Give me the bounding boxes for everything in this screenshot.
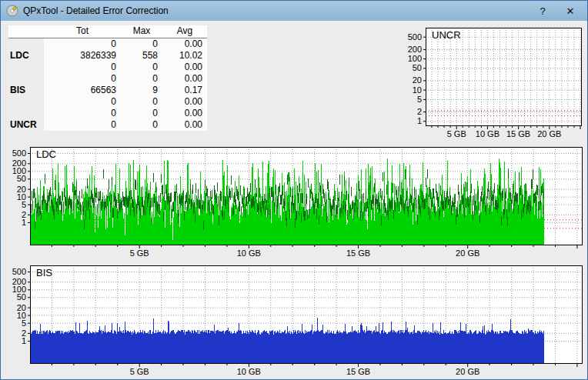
row-label	[8, 96, 44, 108]
close-button[interactable]: ✕	[556, 2, 584, 19]
stats-header-row: Tot Max Avg	[8, 25, 207, 38]
cell-max: 0	[121, 38, 162, 50]
y-axis-tick-label: 50	[17, 174, 26, 183]
cell-avg: 0.00	[162, 108, 207, 119]
y-axis-tick-label: 1	[22, 218, 26, 227]
cell-avg: 0.00	[162, 119, 207, 131]
window-title: QPxTool - Detailed Error Correction	[23, 5, 169, 16]
chart-title: BIS	[36, 267, 52, 278]
x-axis-tick-label: 15 GB	[346, 367, 370, 376]
x-axis-tick-label: 15 GB	[506, 129, 530, 138]
cell-tot: 0	[44, 119, 121, 131]
y-axis-tick-label: 50	[413, 63, 422, 72]
col-header-avg: Avg	[162, 25, 207, 38]
table-row: BIS6656390.17	[8, 85, 207, 96]
cell-max: 0	[121, 62, 162, 73]
row-label	[8, 62, 44, 73]
cell-tot: 0	[44, 108, 121, 119]
row-label	[8, 38, 44, 50]
y-axis-tick-label: 5	[417, 95, 422, 104]
y-axis-tick-label: 500	[12, 148, 26, 158]
cell-max: 0	[121, 96, 162, 108]
cell-tot: 0	[44, 38, 121, 50]
row-label: LDC	[8, 50, 44, 62]
chart-title: LDC	[36, 148, 56, 160]
bis-chart: 5002001005020105215 GB10 GB15 GB20 GBBIS	[7, 261, 583, 379]
cell-tot: 0	[44, 96, 121, 108]
cell-max: 0	[121, 119, 162, 131]
table-row: 000.00	[8, 62, 207, 73]
col-header-tot: Tot	[44, 25, 121, 38]
plot-background	[426, 28, 582, 126]
cell-avg: 0.00	[162, 96, 207, 108]
x-axis-tick-label: 10 GB	[237, 248, 261, 258]
titlebar[interactable]: QPxTool - Detailed Error Correction ? ✕	[1, 1, 587, 21]
uncr-chart: 5002001005020105215 GB10 GB15 GB20 GBUNC…	[407, 24, 583, 141]
cell-avg: 0.00	[162, 38, 207, 50]
uncr-plot: 5002001005020105215 GB10 GB15 GB20 GBUNC…	[407, 24, 583, 141]
qpxtool-window: QPxTool - Detailed Error Correction ? ✕ …	[0, 0, 588, 380]
cell-max: 0	[121, 73, 162, 85]
cell-max: 558	[121, 50, 162, 62]
table-row: 000.00	[8, 38, 207, 50]
y-axis-tick-label: 50	[17, 292, 26, 302]
x-axis-tick-label: 5 GB	[447, 129, 466, 138]
y-axis-tick-label: 5	[22, 318, 26, 328]
row-label: UNCR	[8, 119, 44, 131]
x-axis-tick-label: 5 GB	[130, 248, 149, 258]
y-axis-tick-label: 5	[22, 200, 26, 209]
y-axis-tick-label: 2	[417, 107, 422, 116]
y-axis-tick-label: 200	[408, 45, 422, 54]
table-row: 000.00	[8, 96, 207, 108]
help-button[interactable]: ?	[529, 2, 556, 19]
cell-tot: 0	[44, 62, 121, 73]
bis-plot: 5002001005020105215 GB10 GB15 GB20 GBBIS	[7, 261, 583, 379]
y-axis-tick-label: 500	[12, 267, 26, 276]
cell-max: 0	[121, 108, 162, 119]
table-row: UNCR000.00	[8, 119, 207, 131]
col-header-max: Max	[121, 25, 162, 38]
x-axis-tick-label: 15 GB	[346, 248, 370, 258]
ldc-chart: 5002001005020105215 GB10 GB15 GB20 GBLDC	[7, 142, 583, 261]
col-header-empty	[8, 25, 44, 38]
cell-tot: 66563	[44, 85, 121, 96]
x-axis-tick-label: 10 GB	[476, 129, 499, 138]
cell-tot: 0	[44, 73, 121, 85]
x-axis-tick-label: 20 GB	[456, 367, 479, 376]
cell-avg: 10.02	[162, 50, 207, 62]
ldc-plot: 5002001005020105215 GB10 GB15 GB20 GBLDC	[7, 142, 583, 261]
row-label	[8, 108, 44, 119]
cell-tot: 3826339	[44, 50, 121, 62]
table-row: 000.00	[8, 73, 207, 85]
cell-avg: 0.17	[162, 85, 207, 96]
x-axis-tick-label: 20 GB	[456, 248, 479, 258]
y-axis-tick-label: 500	[408, 32, 422, 42]
x-axis-tick-label: 20 GB	[537, 129, 561, 138]
cell-max: 9	[121, 85, 162, 96]
y-axis-tick-label: 100	[408, 54, 422, 63]
x-axis-tick-label: 10 GB	[237, 367, 261, 376]
chart-title: UNCR	[432, 29, 461, 41]
table-row: 000.00	[8, 108, 207, 119]
y-axis-tick-label: 1	[417, 116, 422, 125]
stats-table: Tot Max Avg 000.00LDC382633955810.02000.…	[8, 25, 207, 131]
x-axis-tick-label: 5 GB	[130, 367, 149, 376]
y-axis-tick-label: 20	[413, 75, 422, 85]
cell-avg: 0.00	[162, 73, 207, 85]
y-axis-tick-label: 10	[413, 85, 422, 95]
row-label: BIS	[8, 85, 44, 96]
row-label	[8, 73, 44, 85]
table-row: LDC382633955810.02	[8, 50, 207, 62]
app-icon	[6, 5, 18, 17]
cell-avg: 0.00	[162, 62, 207, 73]
y-axis-tick-label: 1	[22, 336, 26, 345]
